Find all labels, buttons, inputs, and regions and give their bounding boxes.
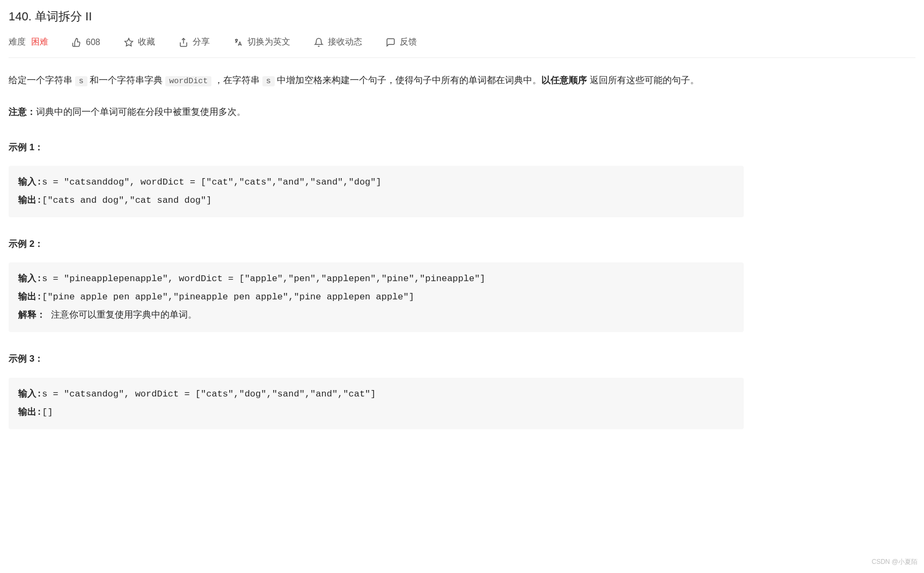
likes-count: 608 (86, 38, 100, 47)
favorite-label: 收藏 (138, 36, 155, 48)
translate-label: 切换为英文 (247, 36, 290, 48)
code-line-label: 输入: (18, 389, 42, 399)
example-code-block: 输入:s = "pineapplepenapple", wordDict = [… (9, 262, 744, 332)
page-title: 140. 单词拆分 II (9, 9, 915, 25)
code-line-text: s = "catsandog", wordDict = ["cats","dog… (42, 389, 376, 399)
code-line-text: 注意你可以重复使用字典中的单词。 (46, 310, 197, 320)
star-icon (124, 38, 134, 47)
difficulty: 难度 困难 (9, 36, 48, 48)
code-s: s (75, 76, 87, 86)
code-line-label: 输入: (18, 274, 42, 284)
example-label: 示例 2： (9, 236, 744, 253)
likes-button[interactable]: 608 (72, 38, 100, 47)
bell-icon (314, 38, 324, 47)
code-line-text: s = "catsanddog", wordDict = ["cat","cat… (42, 177, 382, 187)
feedback-button[interactable]: 反馈 (386, 36, 417, 48)
code-line-label: 输出: (18, 407, 42, 417)
svg-marker-0 (124, 38, 133, 46)
share-icon (179, 38, 188, 47)
share-button[interactable]: 分享 (179, 36, 210, 48)
example-code-block: 输入:s = "catsandog", wordDict = ["cats","… (9, 378, 744, 429)
translate-icon (233, 38, 243, 47)
text: 给定一个字符串 (9, 75, 75, 85)
feedback-label: 反馈 (400, 36, 417, 48)
example-label: 示例 1： (9, 139, 744, 156)
subscribe-button[interactable]: 接收动态 (314, 36, 362, 48)
toolbar: 难度 困难 608 收藏 分享 切换为英文 接收动态 反 (9, 36, 915, 58)
text: 返回所有这些可能的句子。 (587, 75, 699, 85)
example-label: 示例 3： (9, 350, 744, 368)
text: 和一个字符串字典 (87, 75, 165, 85)
message-icon (386, 38, 395, 47)
translate-button[interactable]: 切换为英文 (233, 36, 290, 48)
code-line-label: 解释： (18, 310, 46, 320)
code-worddict: wordDict (165, 76, 211, 86)
code-line-text: ["pine apple pen apple","pineapple pen a… (42, 292, 414, 302)
code-line-text: s = "pineapplepenapple", wordDict = ["ap… (42, 274, 485, 284)
code-line-label: 输入: (18, 177, 42, 187)
share-label: 分享 (193, 36, 210, 48)
description-p2: 注意：词典中的同一个单词可能在分段中被重复使用多次。 (9, 104, 744, 121)
text: 中增加空格来构建一个句子，使得句子中所有的单词都在词典中。 (275, 75, 542, 85)
code-s: s (262, 76, 275, 86)
code-line-text: [] (42, 407, 53, 417)
description-p1: 给定一个字符串 s 和一个字符串字典 wordDict ，在字符串 s 中增加空… (9, 72, 744, 90)
subscribe-label: 接收动态 (328, 36, 362, 48)
difficulty-label: 难度 (9, 36, 26, 48)
text: ，在字符串 (211, 75, 262, 85)
note-label: 注意： (9, 107, 36, 117)
code-line-label: 输出: (18, 195, 42, 205)
favorite-button[interactable]: 收藏 (124, 36, 155, 48)
problem-description: 给定一个字符串 s 和一个字符串字典 wordDict ，在字符串 s 中增加空… (9, 72, 744, 429)
bold-text: 以任意顺序 (541, 75, 587, 85)
code-line-label: 输出: (18, 292, 42, 302)
note-text: 词典中的同一个单词可能在分段中被重复使用多次。 (36, 107, 246, 117)
example-code-block: 输入:s = "catsanddog", wordDict = ["cat","… (9, 166, 744, 217)
code-line-text: ["cats and dog","cat sand dog"] (42, 195, 211, 205)
difficulty-value: 困难 (31, 36, 48, 48)
thumbs-up-icon (72, 38, 82, 47)
